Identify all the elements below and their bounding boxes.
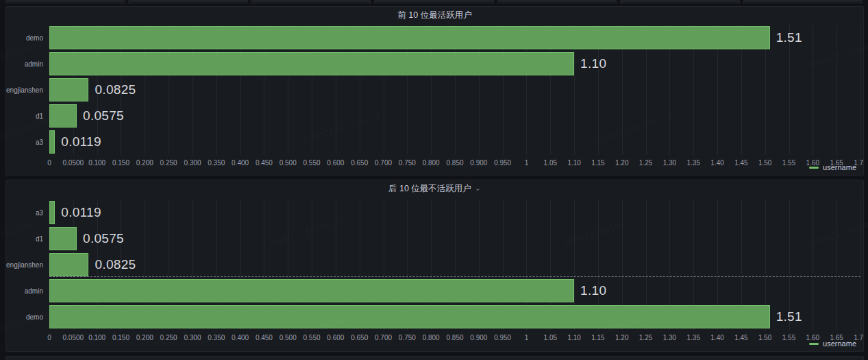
chevron-down-icon[interactable]: ⌄	[475, 184, 481, 192]
bar-row: demo1.51	[49, 304, 860, 330]
x-axis-tick: 0.350	[208, 334, 225, 341]
x-axis-tick: 1.55	[782, 159, 795, 167]
y-axis-label: a3	[36, 200, 43, 226]
x-axis-tick: 0.550	[303, 334, 321, 341]
cropped-panel	[5, 0, 125, 3]
value-label: 1.51	[776, 25, 802, 51]
bar-row: a30.0119	[49, 129, 860, 155]
legend-label-username[interactable]: username	[823, 163, 856, 171]
x-axis-tick: 1.10	[567, 159, 580, 167]
x-axis-tick: 1.40	[710, 334, 723, 341]
x-axis: 00.05000.1000.1500.2000.2500.3000.3500.4…	[49, 159, 860, 167]
value-label: 0.0825	[95, 252, 136, 278]
grafana-dashboard: 前 10 位最活跃用户 demo1.51admin1.10dengjianshe…	[0, 0, 868, 360]
x-axis-tick: 0.200	[136, 334, 153, 341]
x-axis-tick: 1.35	[687, 334, 700, 341]
bar	[49, 305, 770, 328]
x-axis-tick: 0	[47, 334, 51, 341]
bar-row: d10.0575	[49, 103, 860, 129]
legend-label-username[interactable]: username	[823, 339, 856, 348]
x-axis-tick: 1.45	[734, 334, 747, 341]
grid-line	[860, 200, 861, 330]
cropped-panel-row-top	[5, 0, 863, 3]
x-axis-tick: 0.150	[112, 334, 129, 341]
x-axis-tick: 1.20	[615, 334, 628, 341]
x-axis-tick: 1.25	[639, 159, 652, 167]
value-label: 0.0119	[61, 129, 101, 155]
cropped-panel-row-bottom	[5, 356, 864, 360]
cropped-panel	[251, 0, 371, 3]
x-axis-tick: 0.250	[160, 159, 177, 167]
panel-title-text: 后 10 位最不活跃用户	[388, 183, 471, 195]
cropped-panel	[743, 0, 863, 3]
bar	[49, 253, 88, 276]
x-axis-tick: 0.900	[470, 159, 487, 167]
y-axis-label: d1	[36, 103, 43, 129]
x-axis-tick: 0.250	[160, 334, 177, 341]
bar	[49, 26, 770, 49]
bar-row: demo1.51	[49, 25, 860, 51]
x-axis-tick: 0.650	[351, 334, 368, 341]
x-axis-tick: 0.450	[256, 159, 273, 167]
cropped-panel	[128, 0, 247, 3]
x-axis-tick: 1.05	[544, 334, 557, 341]
y-axis-label: a3	[36, 129, 43, 155]
x-axis-tick: 1.10	[567, 334, 580, 341]
x-axis-tick: 1.35	[687, 159, 700, 167]
x-axis-tick: 0.100	[88, 334, 106, 341]
legend[interactable]: username	[809, 339, 856, 348]
x-axis-tick: 0.800	[423, 159, 440, 167]
x-axis-tick: 0.100	[88, 159, 106, 167]
x-axis-tick: 0.400	[232, 159, 249, 167]
cropped-panel	[497, 0, 617, 3]
panel-title-text: 前 10 位最活跃用户	[397, 10, 471, 21]
x-axis: 00.05000.1000.1500.2000.2500.3000.3500.4…	[49, 334, 860, 342]
x-axis-tick: 1.15	[591, 159, 604, 167]
x-axis-tick: 1.50	[758, 159, 771, 167]
x-axis-tick: 0.600	[327, 159, 344, 167]
x-axis-tick: 0.700	[375, 159, 392, 167]
x-axis-tick: 0.350	[208, 159, 225, 167]
legend[interactable]: username	[809, 163, 856, 172]
x-axis-tick: 1.30	[663, 159, 676, 167]
panel-title[interactable]: 后 10 位最不活跃用户 ⌄	[6, 180, 863, 197]
x-axis-tick: 0.750	[399, 334, 416, 341]
x-axis-tick: 0.950	[494, 334, 511, 341]
x-axis-tick: 1	[525, 334, 529, 341]
bar-row: admin1.10	[49, 278, 860, 304]
x-axis-tick: 0.700	[375, 334, 392, 341]
x-axis-tick: 1.20	[615, 159, 628, 167]
grid-line	[860, 25, 861, 155]
x-axis-tick: 0.950	[494, 159, 511, 167]
x-axis-tick: 0.500	[280, 334, 297, 341]
x-axis-tick: 0	[47, 159, 51, 167]
x-axis-tick: 1.25	[639, 334, 652, 341]
x-axis-tick: 0.300	[184, 159, 201, 167]
x-axis-tick: 1.55	[782, 334, 795, 341]
x-axis-tick: 1.05	[544, 159, 557, 167]
panel-top-active-users: 前 10 位最活跃用户 demo1.51admin1.10dengjianshe…	[5, 6, 864, 176]
y-axis-label: admin	[25, 51, 43, 77]
bar	[49, 52, 574, 75]
bar-row: d10.0575	[49, 226, 860, 252]
bar	[49, 130, 55, 154]
bar-chart: demo1.51admin1.10dengjianshen0.0825d10.0…	[49, 25, 860, 155]
bar	[49, 279, 574, 302]
x-axis-tick: 1.15	[591, 334, 604, 341]
bar-row: dengjianshen0.0825	[49, 77, 860, 103]
value-label: 0.0575	[83, 226, 124, 252]
y-axis-label: dengjianshen	[5, 252, 43, 278]
x-axis-tick: 0.150	[112, 159, 129, 167]
panel-bottom-inactive-users: 后 10 位最不活跃用户 ⌄ a30.0119d10.0575dengjians…	[5, 180, 864, 352]
panel-title[interactable]: 前 10 位最活跃用户	[6, 7, 863, 23]
x-axis-tick: 0.0500	[63, 334, 84, 341]
y-axis-label: demo	[26, 25, 43, 51]
x-axis-tick: 0.750	[399, 159, 416, 167]
x-axis-tick: 0.400	[232, 334, 249, 341]
x-axis-tick: 0.300	[184, 334, 201, 341]
legend-series-color-icon	[809, 343, 819, 345]
x-axis-tick: 0.800	[423, 334, 440, 341]
x-axis-tick: 1	[525, 159, 529, 167]
bar-row: a30.0119	[49, 200, 860, 226]
cropped-panel	[374, 0, 493, 3]
